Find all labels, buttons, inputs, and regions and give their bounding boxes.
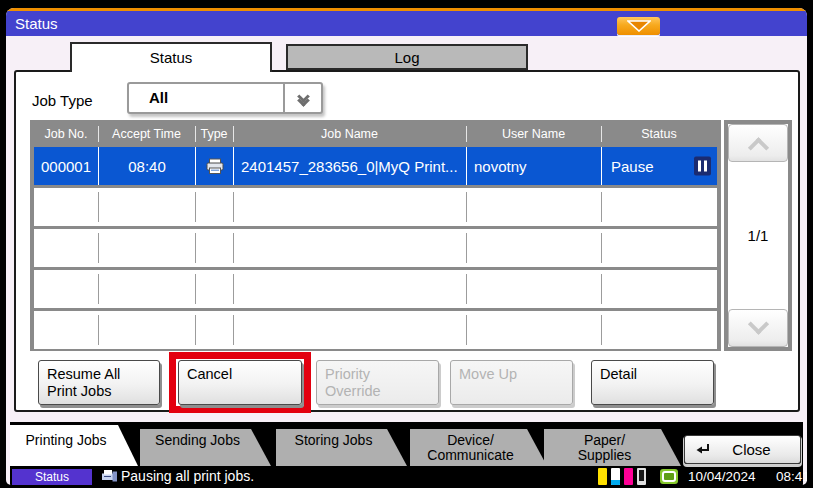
cell-accept-time: 08:40 (98, 147, 195, 185)
status-bar: Status Pausing all print jobs. (10, 468, 803, 485)
col-header-job-name: Job Name (233, 124, 466, 144)
cell-job-no: 000001 (34, 147, 98, 185)
toner-level-indicators (598, 468, 646, 485)
tab-status[interactable]: Status (70, 42, 272, 72)
cancel-button[interactable]: Cancel (178, 360, 302, 405)
bottom-bar: Printing Jobs Sending Jobs Storing Jobs … (10, 422, 803, 485)
window-title: Status (15, 11, 58, 36)
status-badge: Status (12, 469, 92, 485)
table-row-empty (34, 270, 717, 308)
status-text: Pause (611, 158, 654, 175)
memory-card-icon (660, 469, 678, 484)
status-message: Pausing all print jobs. (121, 468, 254, 485)
status-date: 10/04/2024 (688, 468, 756, 485)
pause-icon (694, 157, 711, 176)
status-time: 08:41 (776, 468, 807, 485)
title-bar: Status (6, 11, 807, 36)
col-header-type: Type (195, 124, 233, 144)
scroll-down-button[interactable] (728, 309, 788, 347)
tab-device-communicate[interactable]: Device/ Communicate (410, 429, 547, 466)
table-row-empty (34, 311, 717, 349)
move-up-button[interactable]: Move Up (450, 360, 573, 405)
button-label: Priority (325, 366, 434, 383)
page-indicator: 1/1 (728, 162, 788, 309)
tab-printing-jobs[interactable]: Printing Jobs (10, 425, 138, 466)
job-type-label: Job Type (32, 92, 93, 109)
printer-icon (195, 147, 233, 185)
screen: Status Status Log Job Type All Job N (6, 8, 807, 485)
detail-button[interactable]: Detail (591, 360, 714, 405)
tab-log[interactable]: Log (286, 44, 528, 70)
close-button[interactable]: Close (684, 435, 801, 464)
col-header-accept-time: Accept Time (98, 124, 195, 144)
tab-label: Paper/ (550, 433, 659, 448)
job-type-dropdown[interactable]: All (127, 82, 323, 114)
priority-override-button[interactable]: Priority Override (316, 360, 439, 405)
toner-cyan-bar (611, 468, 620, 485)
resume-all-print-jobs-button[interactable]: Resume All Print Jobs (38, 360, 160, 405)
cell-user-name: novotny (466, 147, 601, 185)
status-panel: Job Type All Job No. Accept Time Type Jo… (14, 70, 800, 412)
tab-label: Storing Jobs (282, 433, 385, 448)
table-row-empty (34, 188, 717, 226)
col-header-status: Status (601, 124, 717, 144)
scroll-up-button[interactable] (728, 124, 788, 162)
double-chevron-down-icon (283, 84, 321, 112)
tab-storing-jobs[interactable]: Storing Jobs (276, 429, 407, 466)
col-header-job-no: Job No. (34, 124, 98, 144)
tab-sending-jobs[interactable]: Sending Jobs (140, 429, 271, 466)
close-label: Close (711, 441, 800, 458)
collapse-arrow-icon (627, 20, 651, 32)
table-row-empty (34, 229, 717, 267)
table-row-selected[interactable]: 000001 08:40 2401457_283656_0|MyQ Print.… (34, 147, 717, 185)
button-label: Override (325, 383, 434, 400)
printer-status-icon (101, 469, 118, 485)
tab-label: Device/ (416, 433, 525, 448)
tab-label: Supplies (550, 448, 659, 463)
table-header-row: Job No. Accept Time Type Job Name User N… (34, 124, 717, 144)
job-type-value: All (129, 84, 283, 112)
cell-job-name: 2401457_283656_0|MyQ Print... (233, 147, 466, 185)
scroll-column: 1/1 (724, 120, 792, 351)
tab-label: Communicate (416, 448, 525, 463)
toner-black-bar (637, 468, 646, 485)
return-icon (694, 443, 711, 457)
button-label: Print Jobs (47, 383, 155, 400)
tab-label: Printing Jobs (16, 433, 116, 448)
col-header-user-name: User Name (466, 124, 601, 144)
tab-paper-supplies[interactable]: Paper/ Supplies (544, 429, 681, 466)
toner-yellow-bar (598, 468, 607, 485)
button-label: Resume All (47, 366, 155, 383)
mfp-touchscreen: Status Status Log Job Type All Job N (0, 0, 813, 488)
job-table: Job No. Accept Time Type Job Name User N… (30, 120, 721, 351)
collapse-panel-button[interactable] (617, 17, 660, 35)
chevron-up-icon (747, 137, 768, 158)
chevron-down-icon (747, 313, 768, 334)
tab-label: Sending Jobs (146, 433, 249, 448)
cell-status: Pause (601, 147, 717, 185)
toner-magenta-bar (624, 468, 633, 485)
